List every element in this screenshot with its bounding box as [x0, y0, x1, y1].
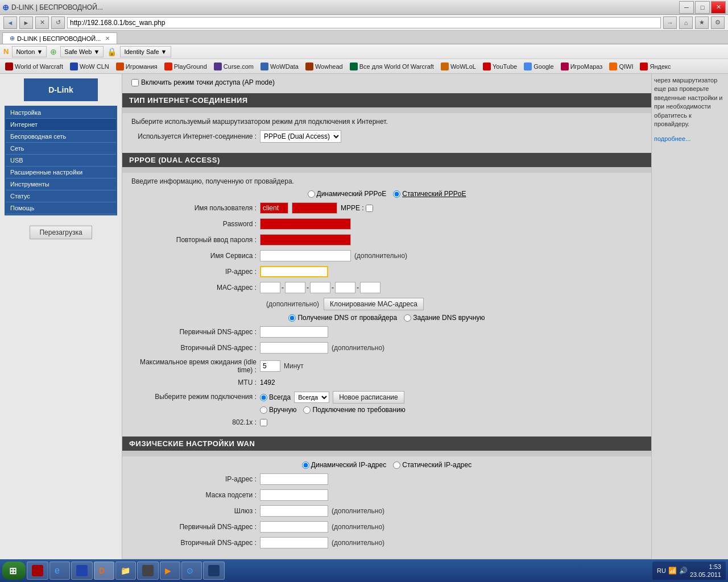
taskbar-wowcln-item[interactable]: [71, 562, 93, 580]
dns-manual-radio[interactable]: [404, 314, 411, 322]
right-panel-link[interactable]: подробнее...: [654, 135, 690, 142]
primary-dns-input[interactable]: [260, 326, 328, 338]
mac-seg5[interactable]: [360, 282, 380, 293]
taskbar-steam-item[interactable]: [203, 562, 225, 580]
identity-button[interactable]: Identity Safe ▼: [120, 46, 171, 57]
on-demand-radio-label[interactable]: Подключение по требованию: [303, 406, 405, 414]
username-extra-input[interactable]: [292, 202, 337, 214]
new-schedule-button[interactable]: Новое расписание: [333, 391, 404, 404]
bookmark-igro[interactable]: Игромания: [113, 61, 160, 72]
home-button[interactable]: ⌂: [679, 16, 693, 29]
taskbar-chrome-item[interactable]: ⊙: [181, 562, 202, 580]
service-input[interactable]: [260, 250, 351, 261]
dot1x-checkbox[interactable]: [260, 419, 267, 426]
taskbar-wow-item[interactable]: [27, 562, 48, 580]
ap-mode-checkbox[interactable]: [131, 79, 139, 86]
password-input[interactable]: [260, 218, 351, 230]
phys-dynamic-label[interactable]: Динамический IP-адрес: [302, 461, 386, 469]
sidebar-nav-help[interactable]: Помощь: [6, 202, 116, 214]
retype-input[interactable]: [260, 234, 351, 246]
back-button[interactable]: ◄: [3, 16, 17, 29]
taskbar-media-item[interactable]: ▶: [160, 562, 180, 580]
clone-mac-button[interactable]: Клонирование МАС-адреса: [324, 298, 424, 310]
always-radio-label[interactable]: Всегда: [260, 393, 291, 401]
maximize-button[interactable]: □: [695, 1, 710, 14]
norton-button[interactable]: Norton ▼: [12, 46, 47, 57]
close-button[interactable]: ✕: [711, 1, 726, 14]
dns-manual-label[interactable]: Задание DNS вручную: [404, 314, 485, 322]
phys-ip-input[interactable]: [260, 473, 328, 485]
bookmark-wow[interactable]: World of Warcraft: [2, 61, 66, 72]
tools-button[interactable]: ⚙: [711, 16, 725, 29]
start-button[interactable]: ⊞: [2, 562, 26, 580]
title-bar-controls[interactable]: ─ □ ✕: [679, 1, 726, 14]
dns-from-provider-radio[interactable]: [288, 314, 296, 322]
bookmark-qiwi[interactable]: QIWI: [606, 61, 636, 72]
phys-static-label[interactable]: Статический IP-адрес: [393, 461, 471, 469]
always-radio[interactable]: [260, 394, 267, 401]
bookmark-wowdata[interactable]: WoWData: [258, 61, 301, 72]
bookmark-wowlol[interactable]: WoWLoL: [438, 61, 479, 72]
ip-addr-input[interactable]: [260, 266, 328, 277]
mac-seg1[interactable]: [260, 282, 280, 293]
phys-static-radio[interactable]: [393, 462, 400, 469]
sidebar-nav-advanced[interactable]: Расширенные настройки: [6, 167, 116, 178]
bookmark-wowhead[interactable]: Wowhead: [303, 61, 346, 72]
dynamic-pppoe-radio[interactable]: [308, 190, 315, 198]
idle-input[interactable]: [260, 360, 280, 372]
bookmark-yandex[interactable]: Яндекс: [637, 61, 673, 72]
manual-radio-label[interactable]: Вручную: [260, 406, 296, 414]
go-button[interactable]: →: [663, 16, 677, 29]
sidebar-nav-storage[interactable]: USB: [6, 155, 116, 167]
phys-dynamic-radio[interactable]: [302, 462, 309, 469]
refresh-button[interactable]: ↺: [51, 16, 65, 29]
favorites-button[interactable]: ★: [695, 16, 709, 29]
static-pppoe-label[interactable]: Статический PPPoE: [393, 190, 466, 198]
mac-seg2[interactable]: [285, 282, 305, 293]
sidebar-nav-setup[interactable]: Настройка: [6, 107, 116, 119]
browser-tab-active[interactable]: ⊕ D-LINK | БЕСПРОВОДНОЙ... ✕: [2, 32, 117, 44]
phys-mask-input[interactable]: [260, 489, 328, 501]
safe-web-button[interactable]: Safe Web ▼: [60, 46, 104, 57]
dynamic-pppoe-label[interactable]: Динамический PPPoE: [308, 190, 387, 198]
ap-mode-label[interactable]: Включить режим точки доступа (AP mode): [131, 78, 642, 86]
phys-gw-input[interactable]: [260, 505, 328, 517]
connection-type-select[interactable]: PPPoE (Dual Access): [260, 130, 341, 143]
on-demand-radio[interactable]: [303, 406, 311, 414]
bookmark-curse[interactable]: Curse.com: [211, 61, 257, 72]
bookmark-playground[interactable]: PlayGround: [162, 61, 210, 72]
bookmark-google[interactable]: Google: [521, 61, 556, 72]
secondary-dns-input[interactable]: [260, 342, 328, 354]
sidebar-nav-tools[interactable]: Инструменты: [6, 178, 116, 190]
static-pppoe-radio[interactable]: [393, 190, 400, 198]
mac-seg4[interactable]: [335, 282, 355, 293]
dns-from-provider-label[interactable]: Получение DNS от провайдера: [288, 314, 397, 322]
taskbar-spider-item[interactable]: [137, 562, 159, 580]
taskbar-dlink-item[interactable]: D: [94, 562, 114, 580]
phys-dns2-input[interactable]: [260, 537, 328, 548]
sidebar-nav-status[interactable]: Статус: [6, 190, 116, 202]
mtu-value: 1492: [260, 379, 275, 386]
mac-optional-row: (дополнительно) Клонирование МАС-адреса: [131, 298, 642, 310]
mac-seg3[interactable]: [310, 282, 330, 293]
bookmark-wowcln[interactable]: WoW CLN: [67, 61, 112, 72]
stop-button[interactable]: ✕: [35, 16, 49, 29]
username-input[interactable]: [260, 202, 288, 214]
sidebar-nav-internet[interactable]: Интернет: [6, 119, 116, 131]
bookmark-youtube[interactable]: YouTube: [480, 61, 520, 72]
taskbar-folder-item[interactable]: 📁: [115, 562, 136, 580]
phys-dns1-input[interactable]: [260, 521, 328, 533]
schedule-select[interactable]: Всегда: [294, 392, 329, 403]
reload-button[interactable]: Перезагрузка: [30, 226, 92, 239]
taskbar-ie-item[interactable]: e: [49, 562, 70, 580]
sidebar-nav-network[interactable]: Сеть: [6, 143, 116, 155]
manual-radio[interactable]: [260, 406, 267, 414]
mppe-checkbox[interactable]: [366, 205, 373, 212]
bookmark-vse[interactable]: Все для World Of Warcraft: [347, 61, 437, 72]
sidebar-nav-wireless[interactable]: Беспроводная сеть: [6, 131, 116, 143]
minimize-button[interactable]: ─: [679, 1, 694, 14]
tab-close-button[interactable]: ✕: [105, 35, 110, 41]
address-input[interactable]: [67, 17, 661, 28]
bookmark-igromaras[interactable]: ИгроМараз: [558, 61, 606, 72]
forward-button[interactable]: ►: [19, 16, 33, 29]
